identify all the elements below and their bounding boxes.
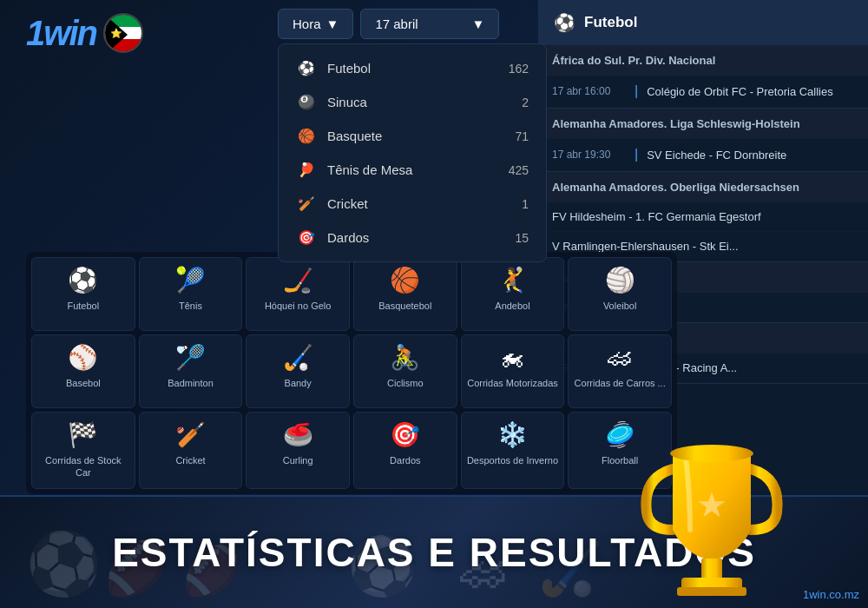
grid-basebol-icon: ⚾	[68, 346, 98, 370]
grid-item-futebol[interactable]: ⚽ Futebol	[31, 257, 135, 331]
grid-hoquei-label: Hóquei no Gelo	[265, 300, 331, 312]
right-panel-header: ⚽ Futebol	[538, 0, 868, 45]
grid-stock-car-icon: 🏁	[68, 423, 98, 447]
dardos-label: Dardos	[327, 230, 515, 245]
divider-icon: |	[635, 83, 638, 99]
logo-area: 1win ⭐	[26, 13, 143, 53]
futebol-count: 162	[509, 62, 529, 76]
grid-andebol-label: Andebol	[495, 300, 529, 312]
grid-hoquei-icon: 🏒	[283, 268, 313, 293]
dropdown-item-sinuca[interactable]: 🎱 Sinuca 2	[279, 85, 546, 119]
event-section-header-1: África do Sul. Pr. Div. Nacional	[538, 45, 868, 76]
grid-andebol-icon: 🤾	[497, 268, 528, 293]
tenis-mesa-label: Tênis de Mesa	[327, 162, 509, 177]
grid-curling-label: Curling	[283, 454, 313, 466]
cricket-count: 1	[522, 197, 529, 211]
grid-basebol-label: Basebol	[66, 377, 101, 389]
tenis-mesa-icon: 🏓	[296, 162, 317, 178]
grid-bandy-label: Bandy	[285, 377, 312, 389]
event-name: V Ramlingen-Ehlershausen - Stk Ei...	[552, 240, 739, 253]
grid-item-carros[interactable]: 🏎 Corridas de Carros ...	[568, 334, 672, 408]
grid-carros-icon: 🏎	[608, 346, 632, 370]
grid-badminton-icon: 🏸	[175, 346, 206, 370]
sinuca-label: Sinuca	[327, 95, 522, 109]
event-section-header-3: Alemanha Amadores. Oberliga Niedersachse…	[538, 172, 868, 202]
logo-text: 1win	[26, 14, 96, 53]
grid-item-inverno[interactable]: ❄️ Desportos de Inverno	[461, 412, 565, 489]
grid-ciclismo-icon: 🚴	[390, 346, 420, 370]
event-row[interactable]: 17 abr 16:00 | Colégio de Orbit FC - Pre…	[538, 76, 868, 108]
dropdown-item-dardos[interactable]: 🎯 Dardos 15	[279, 221, 546, 254]
date-label: 17 abril	[375, 17, 418, 31]
futebol-ball-icon: ⚽	[554, 12, 575, 33]
sport-dropdown-menu: ⚽ Futebol 162 🎱 Sinuca 2 🏀 Basquete 71 🏓…	[278, 43, 547, 262]
grid-motos-label: Corridas Motorizadas	[467, 377, 558, 389]
grid-item-ciclismo[interactable]: 🚴 Ciclismo	[353, 334, 457, 408]
grid-tenis-icon: 🎾	[175, 268, 206, 293]
grid-item-badminton[interactable]: 🏸 Badminton	[139, 334, 243, 408]
event-time: 17 abr 19:30	[552, 149, 626, 161]
grid-item-curling[interactable]: 🥌 Curling	[246, 412, 350, 489]
grid-stock-car-label: Corridas de Stock Car	[37, 454, 129, 479]
basquete-icon: 🏀	[296, 128, 317, 144]
dropdown-item-tenis-mesa[interactable]: 🏓 Tênis de Mesa 425	[279, 153, 546, 187]
grid-item-andebol[interactable]: 🤾 Andebol	[461, 257, 565, 331]
grid-basquetebol-label: Basquetebol	[378, 300, 431, 312]
event-time: 17 abr 16:00	[552, 85, 626, 97]
cricket-icon: 🏏	[296, 195, 317, 212]
grid-item-bandy[interactable]: 🏑 Bandy	[246, 334, 350, 408]
futebol-label: Futebol	[327, 61, 509, 76]
grid-item-cricket[interactable]: 🏏 Cricket	[139, 412, 243, 489]
event-row[interactable]: FV Hildesheim - 1. FC Germania Egestorf	[538, 202, 868, 232]
dropdown-area: Hora ▼ 17 abril ▼	[278, 9, 499, 39]
dardos-icon: 🎯	[296, 229, 317, 246]
grid-item-voleibol[interactable]: 🏐 Voleibol	[568, 257, 672, 331]
divider-icon: |	[635, 147, 638, 162]
grid-item-hoquei[interactable]: 🏒 Hóquei no Gelo	[246, 257, 350, 331]
cricket-label: Cricket	[327, 196, 522, 211]
grid-dardos-label: Dardos	[390, 454, 420, 466]
event-section-2: Alemanha Amadores. Liga Schleswig-Holste…	[538, 109, 868, 172]
event-section-header-2: Alemanha Amadores. Liga Schleswig-Holste…	[538, 109, 868, 139]
grid-item-tenis[interactable]: 🎾 Tênis	[139, 257, 243, 331]
basquete-label: Basquete	[327, 129, 515, 143]
grid-cricket-label: Cricket	[175, 454, 205, 466]
grid-item-basquetebol[interactable]: 🏀 Basquetebol	[353, 257, 457, 331]
grid-inverno-label: Desportos de Inverno	[467, 454, 558, 466]
grid-dardos-icon: 🎯	[390, 423, 420, 447]
dropdown-item-futebol[interactable]: ⚽ Futebol 162	[279, 51, 546, 85]
event-name: SV Eichede - FC Dornbreite	[647, 149, 786, 162]
date-dropdown[interactable]: 17 abril ▼	[360, 9, 499, 39]
svg-rect-3	[677, 587, 746, 596]
grid-voleibol-icon: 🏐	[605, 268, 635, 293]
right-panel-title: Futebol	[584, 14, 637, 31]
svg-text:★: ★	[696, 486, 727, 524]
hora-button[interactable]: Hora ▼	[278, 9, 353, 39]
grid-curling-icon: 🥌	[283, 423, 313, 447]
dardos-count: 15	[515, 231, 529, 245]
event-section-1: África do Sul. Pr. Div. Nacional 17 abr …	[538, 45, 868, 109]
grid-futebol-label: Futebol	[67, 300, 99, 312]
date-chevron-icon: ▼	[472, 17, 485, 31]
grid-basquetebol-icon: 🏀	[390, 268, 420, 293]
grid-cricket-icon: 🏏	[175, 423, 206, 447]
dropdown-item-basquete[interactable]: 🏀 Basquete 71	[279, 119, 546, 153]
grid-item-basebol[interactable]: ⚾ Basebol	[31, 334, 135, 408]
grid-item-stock-car[interactable]: 🏁 Corridas de Stock Car	[31, 412, 135, 489]
grid-inverno-icon: ❄️	[497, 423, 528, 447]
grid-motos-icon: 🏍	[500, 346, 524, 370]
sports-grid-container: ⚽ Futebol 🎾 Tênis 🏒 Hóquei no Gelo 🏀 Bas…	[26, 252, 677, 494]
event-name: Colégio de Orbit FC - Pretoria Callies	[647, 85, 833, 98]
event-row[interactable]: 17 abr 19:30 | SV Eichede - FC Dornbreit…	[538, 139, 868, 171]
svg-point-0	[670, 445, 753, 462]
hora-chevron-icon: ▼	[326, 17, 339, 31]
futebol-icon: ⚽	[296, 60, 317, 76]
grid-carros-label: Corridas de Carros ...	[575, 377, 666, 389]
grid-voleibol-label: Voleibol	[603, 300, 637, 312]
site-url: 1win.co.mz	[803, 588, 859, 601]
sports-grid: ⚽ Futebol 🎾 Tênis 🏒 Hóquei no Gelo 🏀 Bas…	[26, 252, 677, 494]
trophy-image: ★	[625, 417, 799, 608]
dropdown-item-cricket[interactable]: 🏏 Cricket 1	[279, 187, 546, 221]
grid-item-dardos-grid[interactable]: 🎯 Dardos	[353, 412, 457, 489]
grid-item-motos[interactable]: 🏍 Corridas Motorizadas	[461, 334, 565, 408]
